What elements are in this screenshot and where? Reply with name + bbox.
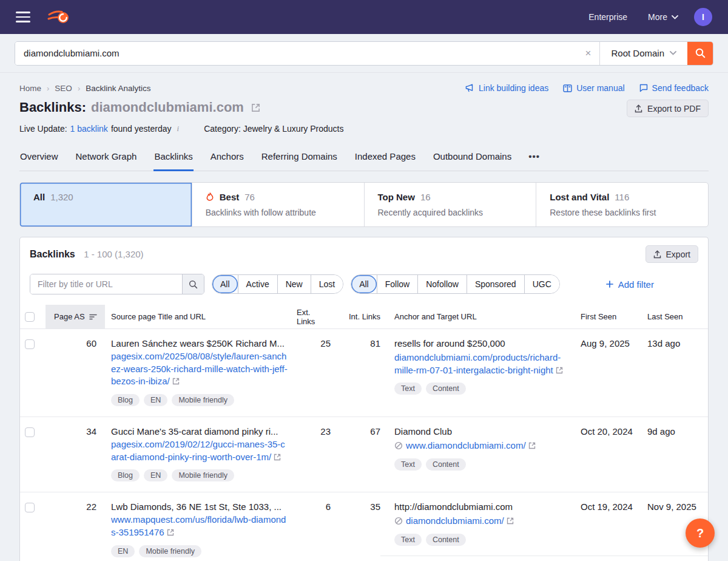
page-as-value: 22 <box>46 501 105 512</box>
external-link-icon <box>167 529 174 536</box>
card-lost-and-vital[interactable]: Lost and Vital 116 Restore these backlin… <box>536 183 708 226</box>
row-checkbox[interactable] <box>25 339 35 349</box>
live-update-link[interactable]: 1 backlink <box>70 124 108 134</box>
search-icon <box>695 48 706 58</box>
filter-search-button[interactable] <box>182 274 204 294</box>
row-checkbox[interactable] <box>25 503 35 512</box>
search-button[interactable] <box>687 42 713 65</box>
breadcrumb-separator: › <box>78 84 80 93</box>
chevron-down-icon <box>672 15 678 19</box>
domain-search-row: × Root Domain <box>0 34 728 73</box>
send-feedback-link[interactable]: Send feedback <box>639 83 709 93</box>
chevron-down-icon <box>670 51 676 55</box>
source-badge: Mobile friendly <box>139 545 201 557</box>
user-manual-link[interactable]: User manual <box>563 83 624 93</box>
link-building-ideas-link[interactable]: Link building ideas <box>465 83 548 93</box>
link-type-badge: Text <box>394 458 422 471</box>
info-icon[interactable]: i <box>175 124 182 134</box>
tab-anchors[interactable]: Anchors <box>210 146 244 171</box>
target-url-link[interactable]: diamondclubmiami.com/ <box>406 515 504 526</box>
source-badge: Blog <box>111 469 140 481</box>
source-badge: Blog <box>111 394 140 406</box>
source-title: Lauren Sánchez wears $250K Richard M... <box>111 338 288 348</box>
tab-indexed-pages[interactable]: Indexed Pages <box>354 146 416 171</box>
more-menu[interactable]: More <box>648 12 678 22</box>
domain-search-input[interactable] <box>15 42 576 65</box>
column-source[interactable]: Source page Title and URL <box>105 305 297 328</box>
column-ext-links[interactable]: Ext. Links <box>297 305 331 328</box>
anchor-text: http://diamondclubmiami.com <box>394 501 567 512</box>
tab-network-graph[interactable]: Network Graph <box>75 146 138 171</box>
megaphone-icon <box>465 84 474 92</box>
user-avatar[interactable]: I <box>694 8 712 26</box>
tab-backlinks[interactable]: Backlinks <box>153 146 193 171</box>
segment-sponsored[interactable]: Sponsored <box>467 275 524 293</box>
link-type-badge: Content <box>426 534 466 546</box>
row-checkbox[interactable] <box>25 427 35 437</box>
breadcrumb-seo[interactable]: SEO <box>55 84 72 93</box>
card-all[interactable]: All 1,320 <box>20 183 192 226</box>
breadcrumb-separator: › <box>47 84 49 93</box>
flame-icon <box>206 192 214 202</box>
add-filter-button[interactable]: Add filter <box>606 279 654 290</box>
target-url-link[interactable]: diamondclubmiami.com/products/richard-mi… <box>394 352 561 375</box>
ext-links-value: 23 <box>297 426 331 437</box>
select-all-checkbox[interactable] <box>25 312 35 322</box>
page-title: Backlinks: diamondclubmiami.com <box>19 100 260 115</box>
external-link-icon <box>172 378 180 385</box>
live-update-row: Live Update: 1 backlink found yesterday … <box>19 124 709 134</box>
filter-row: All Active New Lost All Follow Nofollow … <box>20 271 708 305</box>
segment-status-new[interactable]: New <box>277 275 311 293</box>
column-anchor[interactable]: Anchor and Target URL <box>380 305 576 328</box>
live-update-label: Live Update: <box>19 124 67 134</box>
tab-referring-domains[interactable]: Referring Domains <box>261 146 338 171</box>
target-url-link[interactable]: www.diamondclubmiami.com/ <box>406 440 526 450</box>
tabs-more-button[interactable]: ••• <box>528 151 540 171</box>
column-page-as[interactable]: Page AS <box>46 305 105 328</box>
column-first-seen[interactable]: First Seen <box>576 305 642 328</box>
column-int-links[interactable]: Int. Links <box>331 305 380 328</box>
segment-nofollow[interactable]: Nofollow <box>417 275 467 293</box>
external-link-icon <box>274 454 281 461</box>
semrush-logo-icon[interactable] <box>47 9 69 25</box>
scope-select[interactable]: Root Domain <box>599 42 687 65</box>
int-links-value: 67 <box>331 426 380 437</box>
enterprise-link[interactable]: Enterprise <box>588 12 627 22</box>
source-badge: EN <box>111 545 135 557</box>
backlink-entry: http://diamondclubmiami.com diamondclubm… <box>380 501 708 546</box>
filter-input[interactable] <box>30 274 182 294</box>
top-nav-bar: Enterprise More I <box>0 0 728 34</box>
segment-follow[interactable]: Follow <box>377 275 417 293</box>
source-url-link[interactable]: pagesix.com/2025/08/08/style/lauren-sanc… <box>111 351 288 386</box>
clear-search-icon[interactable]: × <box>576 42 599 65</box>
table-row: 22 Lwb Diamonds, 36 NE 1st St, Ste 1033,… <box>20 492 708 561</box>
anchor-text: Diamond Club <box>394 426 567 437</box>
tab-outbound-domains[interactable]: Outbound Domains <box>433 146 512 171</box>
segment-status-lost[interactable]: Lost <box>311 275 343 293</box>
external-link-icon <box>528 442 536 449</box>
card-top-new[interactable]: Top New 16 Recently acquired backlinks <box>365 183 537 226</box>
nofollow-icon <box>394 517 403 525</box>
anchor-text: resells for around $250,000 <box>394 338 567 348</box>
table-row: 60 Lauren Sánchez wears $250K Richard M.… <box>20 329 708 417</box>
tab-overview[interactable]: Overview <box>19 146 59 171</box>
source-badge: Mobile friendly <box>172 469 234 481</box>
card-best[interactable]: Best 76 Backlinks with follow attribute <box>192 183 365 226</box>
source-url-link[interactable]: pagesix.com/2019/02/12/gucci-manes-35-ca… <box>111 439 285 462</box>
source-title: Gucci Mane's 35-carat diamond pinky ri..… <box>111 426 288 437</box>
column-last-seen[interactable]: Last Seen <box>642 305 708 328</box>
segment-follow-all[interactable]: All <box>351 275 377 293</box>
breadcrumb: Home › SEO › Backlink Analytics <box>19 84 151 93</box>
help-button[interactable]: ? <box>686 518 715 548</box>
source-url-link[interactable]: www.mapquest.com/us/florida/lwb-diamonds… <box>111 514 286 537</box>
export-to-pdf-button[interactable]: Export to PDF <box>627 100 709 117</box>
breadcrumb-home[interactable]: Home <box>19 84 41 93</box>
export-button[interactable]: Export <box>645 245 698 263</box>
feedback-bubble-icon <box>639 84 648 92</box>
segment-ugc[interactable]: UGC <box>524 275 559 293</box>
link-type-badge: Text <box>394 382 422 395</box>
external-link-icon[interactable] <box>251 103 260 112</box>
segment-status-all[interactable]: All <box>212 275 238 293</box>
hamburger-menu-icon[interactable] <box>16 12 30 22</box>
segment-status-active[interactable]: Active <box>238 275 277 293</box>
